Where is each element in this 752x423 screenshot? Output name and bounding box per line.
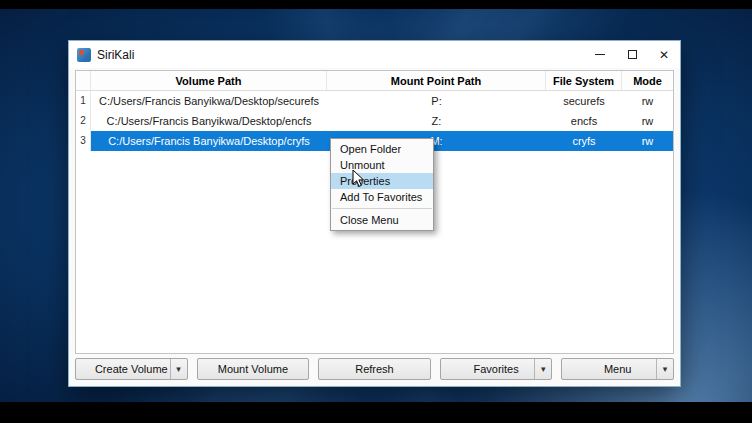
minimize-button[interactable] (584, 41, 616, 68)
desktop-background: SiriKali ✕ Volume Path Mount Point Path … (0, 9, 752, 402)
file-system-cell: cryfs (546, 131, 622, 151)
context-menu-item-close-menu[interactable]: Close Menu (331, 212, 433, 228)
create-volume-button[interactable]: Create Volume▾ (75, 358, 188, 380)
volume-path-cell: C:/Users/Francis Banyikwa/Desktop/secure… (91, 91, 327, 111)
sirikali-app-icon (77, 48, 91, 62)
screen: SiriKali ✕ Volume Path Mount Point Path … (0, 0, 752, 423)
mouse-cursor-icon (352, 169, 365, 188)
maximize-icon (628, 50, 637, 59)
context-menu-item-add-to-favorites[interactable]: Add To Favorites (331, 189, 433, 205)
close-icon: ✕ (659, 49, 669, 61)
row-number: 1 (76, 91, 91, 111)
row-number: 3 (76, 131, 91, 151)
mode-cell: rw (622, 111, 673, 131)
column-header-mode: Mode (622, 71, 673, 90)
window-title: SiriKali (97, 48, 134, 62)
maximize-button[interactable] (616, 41, 648, 68)
file-system-cell: securefs (546, 91, 622, 111)
button-label: Favorites (473, 363, 518, 375)
title-bar[interactable]: SiriKali ✕ (69, 41, 680, 68)
context-menu-item-unmount[interactable]: Unmount (331, 157, 433, 173)
dropdown-arrow-icon[interactable]: ▾ (534, 359, 551, 379)
button-label: Refresh (355, 363, 394, 375)
button-label: Menu (604, 363, 632, 375)
volume-path-cell: C:/Users/Francis Banyikwa/Desktop/encfs (91, 111, 327, 131)
context-menu-item-properties[interactable]: Properties (331, 173, 433, 189)
mode-cell: rw (622, 131, 673, 151)
table-row[interactable]: 2C:/Users/Francis Banyikwa/Desktop/encfs… (76, 111, 673, 131)
dropdown-arrow-icon[interactable]: ▾ (656, 359, 673, 379)
file-system-cell: encfs (546, 111, 622, 131)
menu-separator (332, 208, 432, 209)
table-header: Volume Path Mount Point Path File System… (76, 71, 673, 91)
volume-path-cell: C:/Users/Francis Banyikwa/Desktop/cryfs (91, 131, 327, 151)
minimize-icon (595, 54, 605, 55)
refresh-button[interactable]: Refresh (318, 358, 431, 380)
bottom-toolbar: Create Volume▾Mount VolumeRefreshFavorit… (75, 358, 674, 380)
column-header-volume-path: Volume Path (91, 71, 327, 90)
column-header-file-system: File System (546, 71, 622, 90)
button-label: Mount Volume (218, 363, 288, 375)
mode-cell: rw (622, 91, 673, 111)
row-number-corner (76, 71, 91, 90)
mount-point-cell: Z: (327, 111, 546, 131)
table-row[interactable]: 1C:/Users/Francis Banyikwa/Desktop/secur… (76, 91, 673, 111)
context-menu-item-open-folder[interactable]: Open Folder (331, 141, 433, 157)
menu-button[interactable]: Menu▾ (561, 358, 674, 380)
close-button[interactable]: ✕ (648, 41, 680, 68)
row-number: 2 (76, 111, 91, 131)
favorites-button[interactable]: Favorites▾ (440, 358, 553, 380)
mount-volume-button[interactable]: Mount Volume (197, 358, 310, 380)
button-label: Create Volume (95, 363, 168, 375)
context-menu: Open FolderUnmountPropertiesAdd To Favor… (330, 138, 434, 231)
dropdown-arrow-icon[interactable]: ▾ (170, 359, 187, 379)
window-controls: ✕ (584, 41, 680, 68)
column-header-mount-point-path: Mount Point Path (327, 71, 546, 90)
mount-point-cell: P: (327, 91, 546, 111)
